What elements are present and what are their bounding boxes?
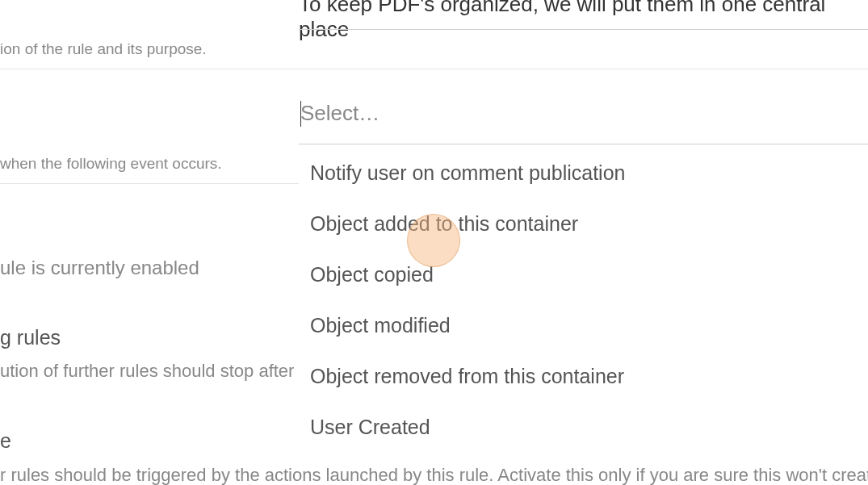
dropdown-option-object-added[interactable]: Object added to this container: [299, 199, 868, 249]
event-dropdown-list: Notify user on comment publication Objec…: [299, 148, 868, 453]
cascade-heading: e: [0, 429, 11, 453]
dropdown-option-object-removed[interactable]: Object removed from this container: [299, 351, 868, 402]
description-hint-text: ion of the rule and its purpose.: [0, 40, 207, 58]
select-underline: [299, 144, 868, 144]
dropdown-option-object-modified[interactable]: Object modified: [299, 300, 868, 351]
cascade-hint: r rules should be triggered by the actio…: [0, 465, 868, 485]
title-underline: [299, 29, 868, 30]
description-divider: [0, 69, 868, 69]
rule-form-container: To keep PDF's organized, we will put the…: [0, 0, 868, 485]
event-hint-text: when the following event occurs.: [0, 155, 222, 173]
dropdown-option-object-copied[interactable]: Object copied: [299, 249, 868, 300]
stop-rules-heading: g rules: [0, 326, 61, 349]
rule-title-input[interactable]: To keep PDF's organized, we will put the…: [299, 0, 864, 42]
dropdown-option-user-created[interactable]: User Created: [299, 402, 868, 453]
enabled-status-text: ule is currently enabled: [0, 257, 199, 279]
trigger-event-select[interactable]: Select…: [300, 101, 866, 126]
dropdown-option-notify-comment[interactable]: Notify user on comment publication: [299, 148, 868, 199]
event-divider: [0, 183, 299, 184]
stop-rules-hint: ution of further rules should stop after: [0, 361, 294, 382]
